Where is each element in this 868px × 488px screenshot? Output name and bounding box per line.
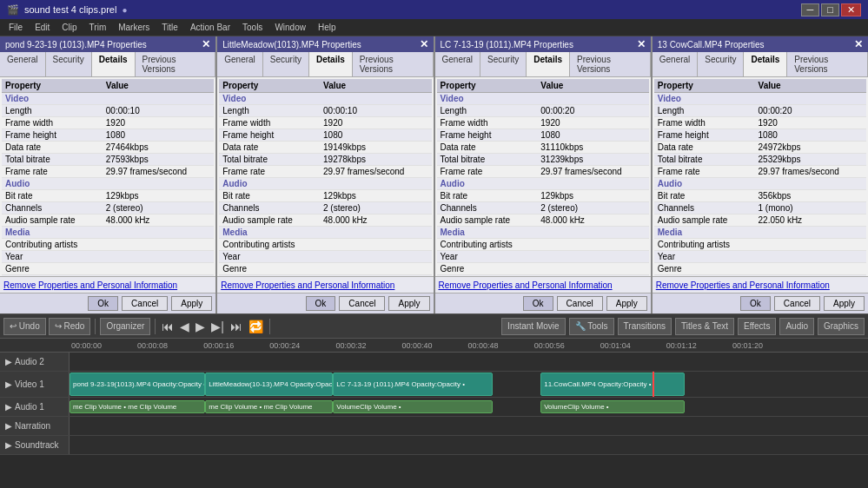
panel-2-tab-versions[interactable]: Previous Versions [353,52,434,76]
panel-3-close[interactable]: ✕ [637,38,646,50]
panel-2-cancel-button[interactable]: Cancel [339,296,385,311]
menu-title[interactable]: Title [156,21,183,34]
panel-1-tab-details[interactable]: Details [92,52,136,76]
go-to-end-button[interactable]: ⏭ [229,320,244,333]
panel-2-tab-security[interactable]: Security [263,52,309,76]
table-row: Frame rate29.97 frames/second [437,166,649,178]
panel-2-remove-link[interactable]: Remove Properties and Personal Informati… [221,280,394,290]
tools-button[interactable]: 🔧 Tools [569,318,614,335]
step-back-button[interactable]: ◀ [178,320,191,333]
menu-clip[interactable]: Clip [56,21,82,34]
panel-2-content: Property Value Video Length00:00:10 Fram… [217,77,433,276]
table-row: Frame width1920 [219,117,431,129]
playhead[interactable] [653,372,654,397]
panel-3-tab-security[interactable]: Security [480,52,527,76]
track-soundtrack-content[interactable] [70,436,868,454]
effects-button[interactable]: Effects [738,318,776,335]
maximize-button[interactable]: □ [821,3,839,16]
graphics-button[interactable]: Graphics [818,318,865,335]
step-forward-button[interactable]: ▶| [209,320,226,333]
panel-1-close[interactable]: ✕ [202,38,210,50]
ruler-mark-0: 00:00:00 [71,341,137,350]
panel-3-ok-button[interactable]: Ok [523,296,553,311]
panel-4-tab-security[interactable]: Security [698,52,744,76]
ruler-mark-4: 00:00:32 [335,341,401,350]
audio-clip-meadow[interactable]: me Clip Volume • me Clip Volume [205,400,333,413]
track-video1-content[interactable]: pond 9-23-19(1013).MP4 Opacity:Opacity •… [70,372,868,397]
panel-1-cancel-button[interactable]: Cancel [122,296,168,311]
panel-3-tab-general[interactable]: General [435,52,481,76]
panel-1-remove-link[interactable]: Remove Properties and Personal Informati… [3,280,177,290]
menu-window[interactable]: Window [269,21,311,34]
instant-movie-button[interactable]: Instant Movie [501,318,565,335]
loop-button[interactable]: 🔁 [247,320,265,333]
sep-3 [269,319,270,334]
panel-3-tab-details[interactable]: Details [527,52,570,76]
menu-file[interactable]: File [3,21,28,34]
clip-cowcall[interactable]: 11.CowCall.MP4 Opacity:Opacity • [540,373,684,395]
panel-2-apply-button[interactable]: Apply [388,296,429,311]
panel-1-tab-general[interactable]: General [0,52,46,76]
menu-action-bar[interactable]: Action Bar [185,21,235,34]
panel-3-cancel-button[interactable]: Cancel [557,296,603,311]
close-button[interactable]: ✕ [841,3,861,16]
sep-2 [155,319,156,334]
audio-clip-cowcall[interactable]: VolumeClip Volume • [540,400,684,413]
transitions-button[interactable]: Transitions [618,318,673,335]
panel-4-apply-button[interactable]: Apply [824,296,865,311]
table-row: Frame height1080 [437,129,649,142]
clip-meadow[interactable]: LittleMeadow(10-13).MP4 Opacity:Opacity … [205,373,333,395]
menu-help[interactable]: Help [313,21,341,34]
menu-trim[interactable]: Trim [84,21,112,34]
panel-4-tab-general[interactable]: General [653,52,699,76]
play-button[interactable]: ▶ [194,320,207,333]
organizer-button[interactable]: Organizer [100,318,150,335]
ruler-mark-1: 00:00:08 [137,341,203,350]
panel-2-close[interactable]: ✕ [420,38,428,50]
menu-tools[interactable]: Tools [237,21,268,34]
panel-2-tab-details[interactable]: Details [309,52,353,76]
panel-1-tab-security[interactable]: Security [46,52,92,76]
panel-4-ok-button[interactable]: Ok [740,296,771,311]
titles-text-button[interactable]: Titles & Text [675,318,734,335]
panel-1-tabs: General Security Details Previous Versio… [0,52,215,77]
minimize-button[interactable]: ─ [801,3,820,16]
clip-pond[interactable]: pond 9-23-19(1013).MP4 Opacity:Opacity • [70,373,205,395]
panel-3-tab-versions[interactable]: Previous Versions [570,52,651,76]
table-row: Data rate31110kbps [437,142,649,154]
panel-4-tab-versions[interactable]: Previous Versions [787,52,868,76]
track-narration-label: ▶ Narration [0,417,70,435]
panel-3-apply-button[interactable]: Apply [606,296,647,311]
panel-1-apply-button[interactable]: Apply [171,296,212,311]
go-to-start-button[interactable]: ⏮ [160,320,176,333]
track-audio2-content[interactable] [70,353,868,371]
undo-button[interactable]: ↩ Undo [3,318,46,335]
audio-clip-lc[interactable]: VolumeClip Volume • [333,400,493,413]
audio-button[interactable]: Audio [779,318,814,335]
table-row: Genre [2,263,214,275]
redo-button[interactable]: ↪ Redo [49,318,91,335]
panel-3-remove-link[interactable]: Remove Properties and Personal Informati… [439,280,613,290]
panel-4-close[interactable]: ✕ [854,38,863,50]
panel-4-remove-link[interactable]: Remove Properties and Personal Informati… [656,280,830,290]
track-audio1-content[interactable]: me Clip Volume • me Clip Volume me Clip … [70,398,868,416]
ruler-mark-7: 00:00:56 [534,341,600,350]
panel-4-tab-details[interactable]: Details [744,52,787,76]
track-narration-content[interactable] [70,417,868,435]
clip-lc[interactable]: LC 7-13-19 (1011).MP4 Opacity:Opacity • [333,373,493,395]
panel-2-tab-general[interactable]: General [217,52,263,76]
panel-2-ok-button[interactable]: Ok [306,296,336,311]
audio-clip-pond[interactable]: me Clip Volume • me Clip Volume [70,400,205,413]
track-audio2-icon: ▶ [5,357,12,366]
table-row: Length00:00:20 [437,105,649,117]
menu-edit[interactable]: Edit [30,21,55,34]
panel-4-cancel-button[interactable]: Cancel [774,296,820,311]
panel-1-tab-versions[interactable]: Previous Versions [136,52,216,76]
panel-1-ok-button[interactable]: Ok [88,296,118,311]
audio-clip-meadow-label: me Clip Volume • me Clip Volume [209,403,312,411]
panel-4-table: Property Value Video Length00:00:20 Fram… [654,79,866,276]
track-audio2-label: ▶ Audio 2 [0,353,70,371]
menu-markers[interactable]: Markers [113,21,155,34]
panel-3-footer: Remove Properties and Personal Informati… [435,276,651,293]
panel-2: LittleMeadow(1013).MP4 Properties ✕ Gene… [217,36,434,313]
